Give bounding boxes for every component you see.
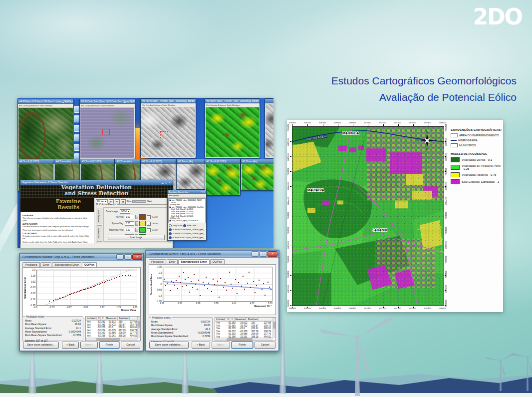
horizontal-scrollbar[interactable] (86, 338, 138, 341)
window-controls-icon[interactable]: ▁ ▢ ✕ (198, 190, 205, 194)
dialog-titlebar[interactable]: Geostatistical Wizard: Step 4 of 4 - Cro… (20, 254, 143, 261)
viewer-window-4[interactable]: ▁ ▢ ✕#4 R:Band 1/G:Band 1/B:Band 1 (dqm_… (17, 99, 74, 161)
classified-image[interactable] (80, 108, 134, 158)
window-titlebar[interactable]: #4 Scroll (0.1023) (18, 159, 54, 164)
scroll-thumbnail[interactable] (206, 164, 240, 195)
channel-radio[interactable] (169, 228, 172, 231)
band-tree-item[interactable]: ▣ sav_740606_rgbn_20000606_NDVI (169, 199, 205, 202)
zoom-window-1[interactable]: #1 Zoom (4x) (241, 159, 273, 191)
threshold-input[interactable]: 1.00 (125, 215, 134, 219)
table-header[interactable]: IncludedXYMeasuredPredicted (86, 317, 140, 321)
save-cross-validation-button[interactable]: Save cross validation... (23, 342, 59, 349)
scroll-window-1[interactable]: #1 Scroll (0.1023) (205, 159, 241, 196)
cross-validation-dialog-2[interactable]: Geostatistical Wizard: Step 4 of 4 - Cro… (145, 250, 279, 352)
window-titlebar[interactable]: ▁ ▢ ✕#4 R:Band 1/G:Band 1/B:Band 1 (dqm_… (18, 99, 73, 104)
band-tree-item[interactable]: ▣ sav_740606_rgbn_20000606.tif (169, 220, 205, 222)
save-cross-validation-button[interactable]: Save cross validation... (149, 342, 189, 349)
base-image-select[interactable]: NDVI▾ (120, 209, 130, 214)
onoff-checkbox[interactable]: ✓ (147, 228, 151, 232)
column-header[interactable]: Measured (105, 317, 118, 320)
ndvi-grayscale-image[interactable] (141, 107, 195, 157)
column-header[interactable]: X (97, 317, 101, 320)
flicker-speed-slider[interactable] (132, 200, 146, 203)
tab-error[interactable]: Error (167, 259, 178, 264)
zoom-thumbnail[interactable] (177, 164, 204, 189)
window-titlebar[interactable]: ▁ ▢ ✕#5 R:Carb Sub (Band 3)/G:Carb Sub (… (80, 99, 135, 104)
finish-button[interactable]: Finish (232, 342, 253, 349)
close-icon[interactable]: ✕ (132, 254, 142, 260)
vegetation-delineation-window[interactable]: ▁ ▢ ✕Vegetation Delineation & Stress Det… (20, 180, 173, 248)
viewer-window-5[interactable]: ▁ ▢ ✕#5 R:Carb Sub (Band 3)/G:Carb Sub (… (79, 99, 135, 159)
maximize-icon[interactable]: ▢ (260, 251, 267, 257)
cancel-button[interactable]: Cancel (121, 342, 140, 349)
column-header[interactable]: Measured (235, 318, 247, 321)
tab-predicted[interactable]: Predicted (22, 262, 40, 267)
viewer-window-3[interactable]: ▁ ▢ ✕#3 NDVI (dqm_74048n_rgbn_20000606_N… (205, 98, 260, 158)
column-header[interactable]: Predicted (247, 318, 259, 321)
threshold-input[interactable]: 0.25 (125, 221, 134, 226)
window-titlebar[interactable]: #1 Scroll (0.1023) (205, 159, 240, 164)
color-swatch[interactable] (139, 214, 146, 220)
window-controls-icon[interactable]: ▁ ▢ ✕ (162, 180, 171, 185)
viewer-window-partial[interactable] (265, 98, 273, 158)
window-titlebar[interactable]: #1 Zoom (4x) (241, 159, 273, 164)
onoff-checkbox[interactable]: ✓ (147, 222, 151, 226)
back-button[interactable]: < Back (62, 342, 79, 349)
window-titlebar[interactable]: #5 Scroll (0.1023) (80, 159, 114, 164)
gray-scale-radio[interactable] (169, 224, 172, 227)
color-swatch[interactable] (139, 227, 146, 233)
tab-qqplot[interactable]: QQPlot (82, 262, 97, 267)
ndvi-classification-image[interactable] (206, 107, 259, 157)
tab-qqplot[interactable]: QQPlot (210, 259, 225, 264)
tab-color-tables[interactable]: Color Tables (97, 225, 102, 242)
spinner-icon[interactable] (135, 221, 138, 226)
vertical-scrollbar[interactable] (137, 317, 140, 338)
close-icon[interactable]: ✕ (267, 251, 277, 257)
finish-button[interactable]: Finish (99, 342, 119, 349)
column-header[interactable]: Predicted (118, 317, 130, 320)
viewer-window-2[interactable]: ▁ ▢ ✕#2 NDVI (dqm_74048n_rgbn_20000606_N… (140, 98, 196, 158)
cancel-button[interactable]: Cancel (255, 342, 275, 349)
menu-bar[interactable]: File Overlay Enhance Tools Window (18, 104, 73, 108)
column-header[interactable]: Y (230, 318, 234, 321)
satellite-image[interactable] (18, 108, 73, 160)
spinner-icon[interactable] (135, 228, 138, 232)
zoom-window-2[interactable]: #2 Zoom (4x) (176, 159, 205, 190)
onoff-checkbox[interactable]: ✓ (147, 215, 151, 219)
tab-density-slice[interactable]: Density Slice (97, 208, 102, 224)
minimize-icon[interactable]: – (116, 254, 124, 260)
channel-radio[interactable] (169, 232, 172, 235)
available-bands-list-window[interactable]: ▁ ▢ ✕Available Bands List File Options ▣… (167, 190, 207, 241)
window-titlebar[interactable]: #2 Zoom (4x) (177, 159, 205, 164)
vertical-scrollbar[interactable] (272, 318, 275, 338)
cross-validation-table[interactable]: IncludedXYMeasuredPredicted Yes -52.382 … (85, 316, 141, 341)
column-header[interactable]: Y (101, 317, 105, 320)
window-titlebar[interactable]: #2 Scroll (0.1023) (141, 159, 176, 164)
rgb-color-radio[interactable] (183, 224, 186, 227)
window-titlebar[interactable] (265, 99, 273, 103)
minimize-icon[interactable]: – (252, 251, 259, 257)
spinner-icon[interactable] (135, 215, 138, 219)
load-image-button[interactable]: Load Image (108, 235, 165, 240)
tab-predicted[interactable]: Predicted (149, 259, 166, 264)
window-titlebar[interactable]: ▁ ▢ ✕#2 NDVI (dqm_74048n_rgbn_20000606_N… (141, 99, 196, 103)
zoom-thumbnail[interactable] (242, 164, 273, 190)
tab-error[interactable]: Error (40, 262, 52, 267)
column-header[interactable]: Included (86, 317, 97, 320)
menu-bar[interactable]: File Options (168, 194, 206, 198)
tab-standardized-error[interactable]: Standardized Error (52, 262, 81, 267)
menu-bar[interactable]: File Display Enhance Tools Window (80, 104, 135, 108)
column-header[interactable]: Included (215, 318, 226, 321)
next-button[interactable]: Next > (80, 342, 97, 349)
bands-tree[interactable]: ▣ sav_740606_rgbn_20000606_NDVI NDVI ⊞ M… (168, 198, 206, 223)
column-header[interactable]: X (226, 318, 230, 321)
window-titlebar[interactable]: #5 Zoom (4x) (115, 159, 141, 164)
cross-validation-table[interactable]: IncludedXYMeasuredPredicted Yes -52.382 … (215, 317, 276, 341)
grayscale-image[interactable] (266, 104, 273, 157)
window-titlebar[interactable]: ▁ ▢ ✕Available Bands List (168, 190, 206, 194)
window-titlebar[interactable]: #4 Zoom (4x) (54, 159, 79, 164)
threshold-input[interactable]: 0.50 (125, 228, 134, 232)
next-button[interactable]: Next > (212, 342, 230, 349)
table-header[interactable]: IncludedXYMeasuredPredicted (215, 318, 275, 322)
maximize-icon[interactable]: ▢ (124, 254, 132, 260)
